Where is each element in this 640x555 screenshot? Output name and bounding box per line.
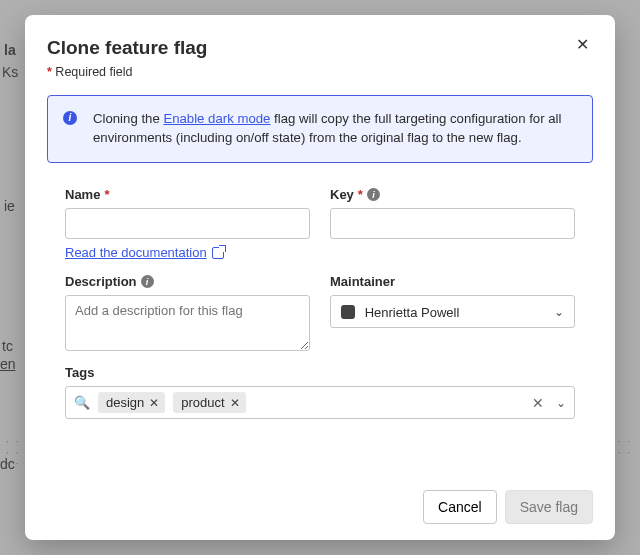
- modal-footer: Cancel Save flag: [47, 478, 593, 524]
- maintainer-field-group: Maintainer Henrietta Powell ⌄: [330, 274, 575, 351]
- key-input[interactable]: [330, 208, 575, 239]
- info-icon: i: [63, 111, 77, 125]
- description-field-group: Description i: [65, 274, 310, 351]
- bg-fragment: en: [0, 356, 16, 372]
- external-link-icon: [212, 247, 224, 259]
- description-input[interactable]: [65, 295, 310, 351]
- maintainer-value: Henrietta Powell: [365, 305, 460, 320]
- clone-flag-modal: Clone feature flag * Required field ✕ i …: [25, 15, 615, 540]
- search-icon: 🔍: [74, 395, 90, 410]
- help-icon[interactable]: i: [141, 275, 154, 288]
- tags-input[interactable]: 🔍 design ✕ product ✕ ✕ ⌄: [65, 386, 575, 419]
- remove-tag-icon[interactable]: ✕: [149, 396, 159, 410]
- required-field-note: * Required field: [47, 65, 207, 79]
- key-field-group: Key* i: [330, 187, 575, 260]
- bg-fragment: ie: [4, 198, 15, 214]
- cancel-button[interactable]: Cancel: [423, 490, 497, 524]
- tags-field-group: Tags 🔍 design ✕ product ✕ ✕ ⌄: [65, 365, 575, 419]
- maintainer-select[interactable]: Henrietta Powell ⌄: [330, 295, 575, 328]
- save-flag-button[interactable]: Save flag: [505, 490, 593, 524]
- maintainer-label: Maintainer: [330, 274, 575, 289]
- person-icon: [341, 305, 355, 319]
- name-field-group: Name* Read the documentation: [65, 187, 310, 260]
- name-label: Name*: [65, 187, 310, 202]
- bg-fragment: tc: [2, 338, 13, 354]
- remove-tag-icon[interactable]: ✕: [230, 396, 240, 410]
- chevron-down-icon[interactable]: ⌄: [556, 396, 566, 410]
- info-banner: i Cloning the Enable dark mode flag will…: [47, 95, 593, 163]
- tags-label: Tags: [65, 365, 575, 380]
- description-label: Description i: [65, 274, 310, 289]
- help-icon[interactable]: i: [367, 188, 380, 201]
- close-icon: ✕: [576, 36, 589, 53]
- bg-fragment: la: [4, 42, 16, 58]
- bg-fragment: Ks: [2, 64, 18, 80]
- modal-title: Clone feature flag: [47, 37, 207, 59]
- tag-chip: design ✕: [98, 392, 165, 413]
- clear-tags-icon[interactable]: ✕: [532, 395, 544, 411]
- documentation-link[interactable]: Read the documentation: [65, 245, 310, 260]
- tag-chip: product ✕: [173, 392, 245, 413]
- name-input[interactable]: [65, 208, 310, 239]
- chevron-down-icon: ⌄: [554, 305, 564, 319]
- key-label: Key* i: [330, 187, 575, 202]
- source-flag-link[interactable]: Enable dark mode: [163, 111, 270, 126]
- close-button[interactable]: ✕: [572, 33, 593, 57]
